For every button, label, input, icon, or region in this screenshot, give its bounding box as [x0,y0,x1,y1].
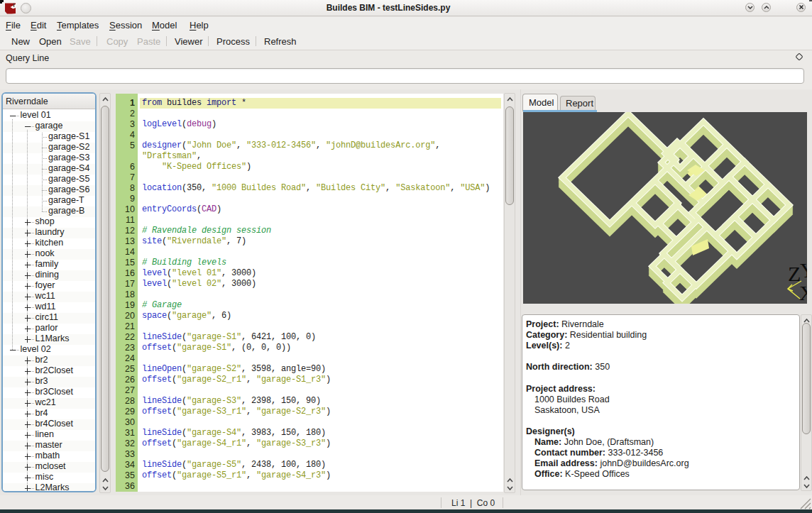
svg-text:Y: Y [800,258,807,282]
svg-text:X: X [799,281,807,304]
